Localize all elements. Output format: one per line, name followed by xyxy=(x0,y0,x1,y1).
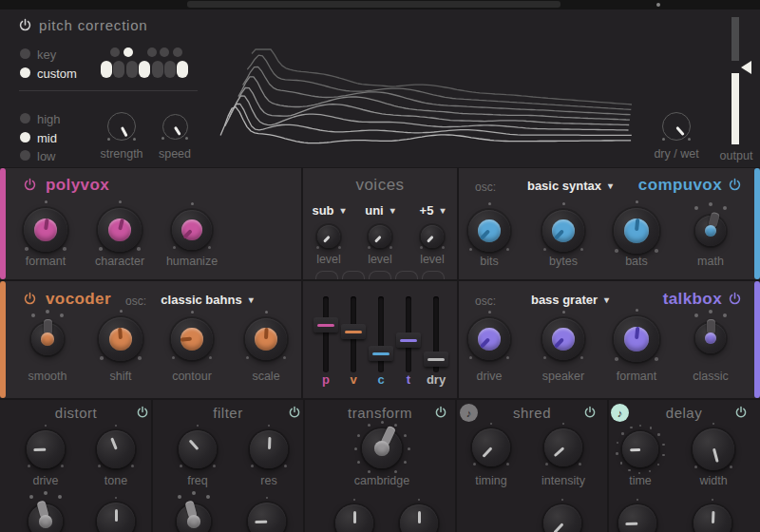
voice3-level-knob[interactable] xyxy=(421,225,444,248)
voice1-level-knob[interactable] xyxy=(317,225,340,248)
tick-dot xyxy=(404,461,407,464)
tick-dot xyxy=(420,246,423,249)
vocoder-mix-slider[interactable] xyxy=(341,324,366,339)
freq-knob[interactable] xyxy=(179,430,217,468)
transform-power-icon[interactable] xyxy=(434,406,447,419)
keyboard-black-key-3[interactable] xyxy=(160,48,169,57)
tick-dot xyxy=(100,356,104,360)
voice2-level-knob[interactable] xyxy=(369,225,391,248)
tick-dot xyxy=(357,434,360,437)
delay-power-icon[interactable] xyxy=(734,406,748,419)
strength-knob[interactable] xyxy=(107,112,136,141)
compuvox-mix-slider-track xyxy=(378,296,384,372)
math-knob-label: math xyxy=(665,255,756,268)
vocoder-osc-select[interactable]: classic bahns▾ xyxy=(145,291,269,308)
classic-knob[interactable] xyxy=(695,323,726,353)
width-knob[interactable] xyxy=(693,428,734,470)
dry-mix-slider[interactable] xyxy=(424,352,448,367)
range-mid-label: mid xyxy=(37,131,57,145)
waveform-display xyxy=(214,48,646,154)
character-knob[interactable] xyxy=(98,208,142,252)
voice2-interval-select[interactable]: uni▾ xyxy=(352,201,408,218)
distort-power-icon[interactable] xyxy=(136,406,149,419)
tick-dot xyxy=(488,202,491,205)
window-drag-handle[interactable] xyxy=(187,1,560,8)
key-mode-radio[interactable] xyxy=(20,48,30,59)
shred-power-icon[interactable] xyxy=(583,406,597,419)
tick-dot xyxy=(662,138,665,141)
keyboard-black-key-0[interactable] xyxy=(110,48,120,57)
bytes-knob[interactable] xyxy=(542,210,584,252)
vocoder-title: vocoder xyxy=(46,290,111,309)
dry-wet-knob[interactable] xyxy=(662,112,691,141)
keyboard-black-key-1[interactable] xyxy=(124,48,133,57)
vocoder-power-icon[interactable] xyxy=(23,292,37,306)
range-mid-radio[interactable] xyxy=(20,132,30,142)
tick-dot xyxy=(31,314,35,317)
tick-dot xyxy=(636,309,638,312)
distort-drive-knob[interactable] xyxy=(27,430,65,468)
contour-knob[interactable] xyxy=(171,318,213,360)
tick-dot xyxy=(636,200,638,203)
formant-knob[interactable] xyxy=(24,208,67,252)
transform-title: transform xyxy=(304,405,456,421)
chevron-down-icon: ▾ xyxy=(440,205,445,216)
humanize-knob[interactable] xyxy=(172,210,212,250)
tick-dot xyxy=(630,427,633,429)
keyboard-white-key-2[interactable] xyxy=(126,61,138,78)
voice2-interval-value: uni xyxy=(365,203,384,218)
bits-knob[interactable] xyxy=(468,210,510,252)
keyboard-white-key-6[interactable] xyxy=(177,61,188,78)
vocoder-mix-slider-label: v xyxy=(339,372,368,387)
smooth-knob[interactable] xyxy=(31,323,64,355)
talkbox-osc-select[interactable]: bass grater▾ xyxy=(508,291,632,308)
output-level-marker[interactable] xyxy=(741,61,751,74)
voice3-interval-select[interactable]: +5▾ xyxy=(405,201,460,218)
timing-knob[interactable] xyxy=(472,428,510,466)
scale-knob[interactable] xyxy=(245,318,287,360)
tick-dot xyxy=(408,447,410,450)
talkbox-power-icon[interactable] xyxy=(728,292,742,306)
compuvox-mix-slider-label: c xyxy=(367,372,395,387)
keyboard-black-key-2[interactable] xyxy=(147,48,157,57)
talkbox-formant-knob[interactable] xyxy=(614,316,659,362)
talkbox-mix-slider[interactable] xyxy=(396,332,421,348)
polyvox-mix-slider[interactable] xyxy=(314,317,338,332)
intensity-knob[interactable] xyxy=(544,428,582,466)
compuvox-mix-slider[interactable] xyxy=(369,346,393,361)
math-knob[interactable] xyxy=(695,216,726,246)
chevron-down-icon: ▾ xyxy=(249,294,254,305)
tick-dot xyxy=(655,357,658,361)
keyboard-white-key-1[interactable] xyxy=(113,61,124,78)
drive-knob[interactable] xyxy=(468,318,510,360)
filter-power-icon[interactable] xyxy=(288,406,301,419)
custom-mode-radio[interactable] xyxy=(20,67,30,78)
compuvox-power-icon[interactable] xyxy=(728,178,742,192)
res-knob[interactable] xyxy=(250,430,288,468)
range-low-radio[interactable] xyxy=(20,150,30,161)
time-knob[interactable] xyxy=(622,431,658,467)
tone-knob[interactable] xyxy=(97,430,135,468)
bats-knob[interactable] xyxy=(614,208,659,254)
shift-knob[interactable] xyxy=(99,317,142,361)
filter-mode-knob[interactable] xyxy=(177,504,211,532)
cambridge-knob[interactable] xyxy=(362,428,402,468)
vocalsynth-plugin-window: pitch correction key custom high mid low… xyxy=(0,0,760,532)
tone-knob-label: tone xyxy=(70,474,162,487)
tick-dot xyxy=(192,491,196,495)
keyboard-white-key-5[interactable] xyxy=(164,61,176,78)
keyboard-white-key-3[interactable] xyxy=(139,61,150,78)
speed-knob[interactable] xyxy=(162,114,188,140)
polyvox-power-icon[interactable] xyxy=(23,178,37,192)
keyboard-black-key-4[interactable] xyxy=(173,48,182,57)
keyboard-white-key-4[interactable] xyxy=(152,61,163,78)
tick-dot xyxy=(284,465,287,467)
pitch-correction-power-icon[interactable] xyxy=(18,18,32,32)
tick-dot xyxy=(61,465,64,467)
voice1-interval-select[interactable]: sub▾ xyxy=(301,201,356,218)
range-high-radio[interactable] xyxy=(20,113,30,124)
key-mode-label: key xyxy=(37,48,56,62)
distort-mode-knob[interactable] xyxy=(28,504,63,532)
keyboard-white-key-0[interactable] xyxy=(101,61,112,78)
speaker-knob[interactable] xyxy=(542,318,584,360)
